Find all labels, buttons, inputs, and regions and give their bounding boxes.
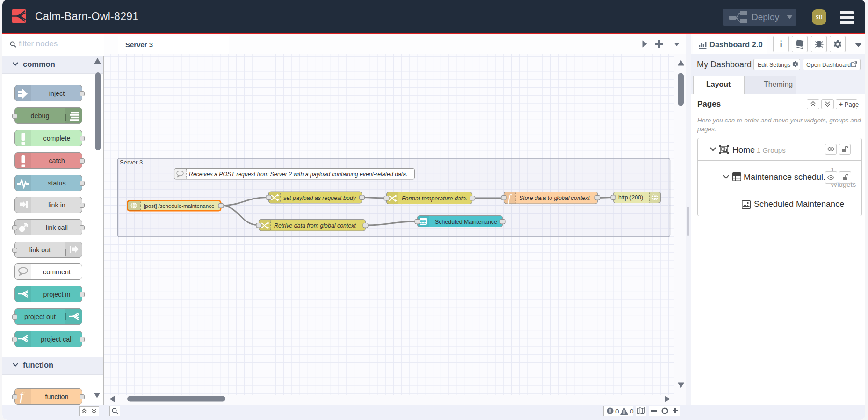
svg-text:Receives a POST request from S: Receives a POST request from Server 2 wi… (189, 171, 408, 178)
svg-text:http (200): http (200) (618, 194, 643, 201)
svg-text:Retrive data from global conte: Retrive data from global context (274, 222, 356, 229)
svg-text:Format temperature data.: Format temperature data. (402, 195, 468, 202)
svg-text:[post] /schedule-maintenance: [post] /schedule-maintenance (144, 203, 214, 209)
svg-text:Server 3: Server 3 (120, 158, 143, 165)
svg-text:set payload as request body: set payload as request body (283, 194, 356, 201)
svg-text:Scheduled Maintenance: Scheduled Maintenance (435, 219, 497, 225)
svg-text:Store data to global context: Store data to global context (519, 195, 590, 201)
